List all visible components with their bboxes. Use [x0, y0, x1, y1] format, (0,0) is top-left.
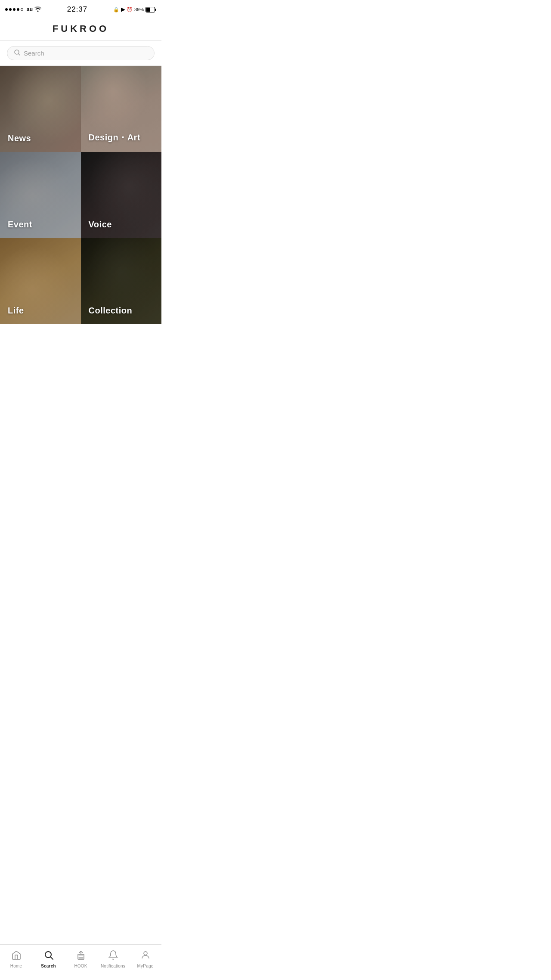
category-cell-news[interactable]: News [0, 66, 81, 152]
category-label-design-art: Design・Art [89, 132, 141, 143]
signal-dots [5, 8, 23, 11]
category-label-event: Event [8, 220, 32, 229]
dot-5 [21, 8, 23, 11]
svg-rect-2 [155, 9, 156, 11]
search-bar-container: Search [0, 41, 161, 66]
category-cell-voice[interactable]: Voice [81, 152, 162, 238]
app-title: FUKROO [0, 23, 161, 34]
status-left: au [5, 6, 41, 13]
battery-icon [145, 7, 156, 12]
dot-3 [13, 8, 15, 11]
search-bar[interactable]: Search [7, 46, 155, 60]
dot-4 [17, 8, 19, 11]
category-cell-collection[interactable]: Collection [81, 238, 162, 324]
search-icon [14, 50, 20, 57]
location-icon: ▶ [121, 6, 125, 12]
category-label-collection: Collection [89, 306, 133, 316]
dot-2 [9, 8, 12, 11]
category-cell-design-art[interactable]: Design・Art [81, 66, 162, 152]
app-header: FUKROO [0, 19, 161, 41]
category-label-news: News [8, 133, 31, 143]
category-cell-life[interactable]: Life [0, 238, 81, 324]
category-cell-event[interactable]: Event [0, 152, 81, 238]
category-grid: NewsDesign・ArtEventVoiceLifeCollection [0, 66, 161, 324]
status-time: 22:37 [67, 5, 88, 14]
category-label-voice: Voice [89, 220, 112, 229]
carrier-label: au [27, 6, 33, 12]
status-bar: au 22:37 🔒 ▶ ⏰ 39% [0, 0, 161, 19]
alarm-icon: ⏰ [127, 7, 133, 12]
battery-percent: 39% [134, 7, 144, 12]
dot-1 [5, 8, 8, 11]
lock-icon: 🔒 [113, 7, 119, 12]
category-label-life: Life [8, 306, 24, 316]
search-placeholder: Search [24, 50, 44, 57]
page-content: FUKROO Search NewsDesign・ArtEventVoiceLi… [0, 19, 161, 360]
status-right: 🔒 ▶ ⏰ 39% [113, 6, 156, 12]
svg-rect-1 [146, 7, 150, 12]
wifi-icon [34, 6, 41, 13]
svg-line-4 [19, 54, 20, 55]
